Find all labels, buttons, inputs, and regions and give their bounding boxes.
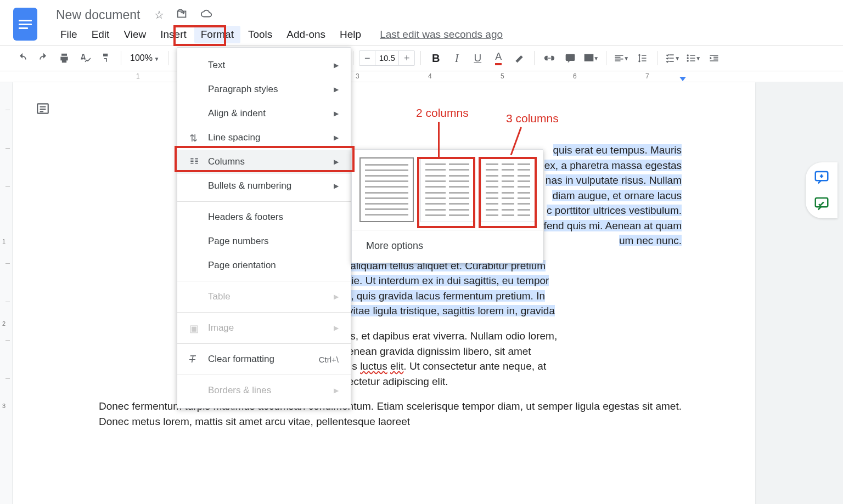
menu-help[interactable]: Help bbox=[333, 26, 368, 43]
document-title[interactable]: New document bbox=[56, 8, 140, 22]
format-menu-line-spacing[interactable]: ⇅Line spacing▶ bbox=[177, 126, 351, 150]
bulleted-list-button[interactable]: ▼ bbox=[684, 49, 702, 67]
line-spacing-button[interactable] bbox=[633, 49, 651, 67]
document-page[interactable]: quis erat eu tempus. Mauris ex, a pharet… bbox=[13, 82, 755, 504]
docs-logo-icon bbox=[19, 18, 32, 31]
format-menu-headers-footers[interactable]: Headers & footers bbox=[177, 205, 351, 229]
format-menu-bullets-numbering[interactable]: Bullets & numbering▶ bbox=[177, 174, 351, 198]
format-menu-columns[interactable]: Columns▶ bbox=[177, 150, 351, 174]
outline-toggle-button[interactable] bbox=[33, 99, 53, 118]
format-menu-paragraph-styles[interactable]: Paragraph styles▶ bbox=[177, 77, 351, 101]
image-icon: ▣ bbox=[189, 322, 199, 335]
move-icon[interactable] bbox=[176, 8, 188, 22]
columns-option-1[interactable] bbox=[359, 157, 414, 222]
format-menu-page-orientation[interactable]: Page orientation bbox=[177, 253, 351, 278]
suggest-edits-side-button[interactable] bbox=[813, 195, 830, 212]
vertical-ruler[interactable]: 1 2 3 bbox=[0, 82, 12, 504]
svg-rect-1 bbox=[585, 54, 593, 61]
ruler-tick-7: 7 bbox=[645, 72, 649, 80]
horizontal-ruler[interactable]: 1 3 4 5 6 7 bbox=[0, 71, 843, 82]
svg-rect-8 bbox=[190, 161, 193, 162]
toolbar: 100% ▼ − 10.5 + B I U A ▼ ▼ ▼ ▼ bbox=[0, 45, 843, 71]
svg-rect-7 bbox=[190, 160, 193, 161]
svg-point-3 bbox=[687, 57, 689, 59]
title-bar: New document ☆ bbox=[0, 0, 843, 24]
format-menu: Text▶ Paragraph styles▶ Align & indent▶ … bbox=[177, 47, 351, 409]
docs-logo[interactable] bbox=[13, 8, 37, 41]
font-size-increase[interactable]: + bbox=[399, 53, 414, 64]
star-icon[interactable]: ☆ bbox=[154, 8, 164, 21]
menu-bar: File Edit View Insert Format Tools Add-o… bbox=[0, 24, 843, 45]
insert-link-button[interactable] bbox=[540, 49, 559, 67]
undo-button[interactable] bbox=[13, 49, 32, 67]
svg-rect-9 bbox=[190, 163, 193, 164]
ruler-tick-1: 1 bbox=[136, 72, 140, 80]
columns-more-options[interactable]: More options bbox=[352, 230, 543, 257]
format-menu-page-numbers[interactable]: Page numbers bbox=[177, 229, 351, 253]
italic-button[interactable]: I bbox=[447, 49, 466, 67]
underline-button[interactable]: U bbox=[468, 49, 487, 67]
annotation-2col-line bbox=[438, 122, 440, 157]
annotation-3col-label: 3 columns bbox=[506, 112, 559, 125]
menu-insert[interactable]: Insert bbox=[154, 26, 193, 43]
menu-view[interactable]: View bbox=[117, 26, 153, 43]
annotation-2col-label: 2 columns bbox=[416, 106, 469, 120]
bold-button[interactable]: B bbox=[426, 49, 445, 67]
add-comment-button[interactable] bbox=[561, 49, 580, 67]
font-size-decrease[interactable]: − bbox=[359, 53, 375, 64]
align-button[interactable]: ▼ bbox=[612, 49, 631, 67]
columns-option-3[interactable] bbox=[481, 157, 535, 222]
svg-rect-12 bbox=[195, 161, 198, 162]
menu-edit[interactable]: Edit bbox=[85, 26, 116, 43]
menu-addons[interactable]: Add-ons bbox=[280, 26, 332, 43]
columns-icon bbox=[189, 156, 199, 169]
ruler-tick-6: 6 bbox=[573, 72, 577, 80]
redo-button[interactable] bbox=[34, 49, 53, 67]
menu-file[interactable]: File bbox=[54, 26, 84, 43]
svg-rect-10 bbox=[195, 158, 198, 159]
format-menu-table: Table▶ bbox=[177, 285, 351, 309]
font-size-control: − 10.5 + bbox=[359, 50, 415, 66]
text-color-button[interactable]: A bbox=[489, 49, 508, 67]
format-menu-borders-lines: Borders & lines▶ bbox=[177, 378, 351, 403]
columns-option-2[interactable] bbox=[420, 157, 475, 222]
add-comment-side-button[interactable] bbox=[813, 169, 830, 185]
format-menu-text[interactable]: Text▶ bbox=[177, 53, 351, 77]
format-menu-image: ▣Image▶ bbox=[177, 316, 351, 340]
ruler-tick-4: 4 bbox=[428, 72, 432, 80]
last-edit-link[interactable]: Last edit was seconds ago bbox=[380, 29, 503, 41]
zoom-select[interactable]: 100% ▼ bbox=[127, 53, 162, 63]
clear-formatting-icon: T bbox=[189, 354, 195, 365]
menu-format[interactable]: Format bbox=[194, 26, 240, 43]
ruler-tick-3: 3 bbox=[356, 72, 359, 80]
font-size-value[interactable]: 10.5 bbox=[375, 51, 399, 65]
side-actions bbox=[806, 162, 838, 218]
menu-tools[interactable]: Tools bbox=[241, 26, 279, 43]
cloud-status-icon[interactable] bbox=[200, 8, 212, 22]
line-spacing-icon: ⇅ bbox=[189, 132, 198, 144]
svg-rect-11 bbox=[195, 160, 198, 161]
format-menu-clear-formatting[interactable]: TClear formattingCtrl+\ bbox=[177, 347, 351, 371]
columns-submenu: More options bbox=[351, 149, 543, 263]
highlight-button[interactable] bbox=[510, 49, 529, 67]
insert-image-button[interactable]: ▼ bbox=[582, 49, 600, 67]
paint-format-button[interactable] bbox=[97, 49, 115, 67]
checklist-button[interactable]: ▼ bbox=[663, 49, 682, 67]
svg-point-4 bbox=[687, 60, 689, 61]
ruler-tick-5: 5 bbox=[501, 72, 504, 80]
svg-rect-6 bbox=[190, 158, 193, 159]
svg-rect-13 bbox=[195, 163, 198, 164]
ruler-right-indent-marker[interactable] bbox=[679, 77, 686, 81]
document-area: 1 2 3 quis erat eu tempus. Mauris ex, a … bbox=[0, 82, 843, 504]
svg-point-2 bbox=[687, 54, 689, 56]
print-button[interactable] bbox=[55, 49, 74, 67]
spellcheck-button[interactable] bbox=[76, 49, 94, 67]
decrease-indent-button[interactable] bbox=[705, 49, 723, 67]
svg-rect-15 bbox=[816, 198, 828, 207]
format-menu-align-indent[interactable]: Align & indent▶ bbox=[177, 101, 351, 126]
